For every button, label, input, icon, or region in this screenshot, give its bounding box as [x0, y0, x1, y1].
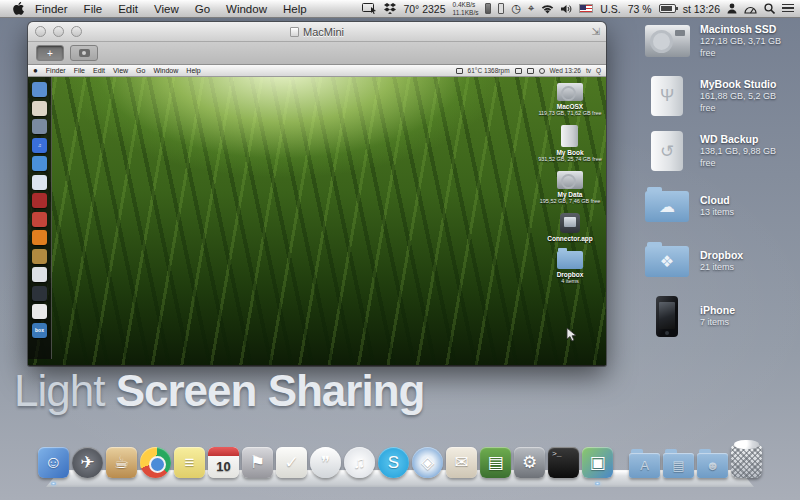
app-menus: FinderFileEditViewGoWindowHelp — [35, 3, 307, 15]
safari-mini-icon[interactable] — [32, 175, 47, 190]
remote-menu-item[interactable]: Finder — [46, 67, 66, 74]
mail-icon[interactable]: ✉ — [446, 447, 477, 478]
temperature-status[interactable]: 70° 2325 — [403, 3, 445, 15]
camera-icon — [79, 49, 90, 57]
documents-folder-icon[interactable]: ▤ — [663, 453, 694, 478]
menu-item[interactable]: Window — [226, 3, 267, 15]
mybook-studio-icon[interactable]: Ψ MyBook Studio 161,88 GB, 5,2 GB free — [644, 75, 794, 117]
screen-sharing-icon[interactable]: ▣ — [582, 447, 613, 478]
window-titlebar[interactable]: MacMini ⇲ — [28, 22, 606, 42]
browser-mini-icon[interactable] — [32, 156, 47, 171]
chrome-icon[interactable] — [140, 447, 171, 478]
my-data-volume[interactable]: My Data 195,52 GB, 7,46 GB free — [540, 171, 601, 204]
remote-menu-item[interactable]: Edit — [93, 67, 105, 74]
activity-monitor-mini-icon[interactable] — [32, 286, 47, 301]
itunes-mini-icon[interactable]: ♫ — [32, 138, 47, 153]
front-row-mini-icon[interactable] — [32, 193, 47, 208]
wifi-icon[interactable] — [541, 4, 554, 14]
stickies-icon[interactable]: ≡ — [174, 447, 205, 478]
location-icon[interactable]: ⌖ — [528, 3, 534, 14]
hardware-utility-icon[interactable]: ⚑ — [242, 447, 273, 478]
remote-menu-item[interactable]: File — [74, 67, 85, 74]
itunes-icon[interactable]: ♫ — [344, 447, 375, 478]
battery-icon[interactable] — [659, 4, 676, 13]
dropbox-folder-icon[interactable]: ❖ Dropbox 21 items — [644, 240, 794, 282]
macosx-volume[interactable]: MacOSX 119,73 GB, 71,62 GB free — [538, 83, 601, 116]
remote-icon-art — [560, 213, 580, 233]
menu-item[interactable]: Go — [195, 3, 210, 15]
icon-sublabel: 161,88 GB, 5,2 GB free — [700, 91, 794, 114]
icon-label: Cloud — [700, 194, 734, 207]
remote-status-menus: 61°C 1368rpm Wed 13:26 tv Q — [456, 67, 601, 74]
device-battery-icon[interactable] — [485, 3, 491, 14]
remote-wallpaper: ♫ — [28, 77, 606, 365]
cloud-folder-icon[interactable]: ☁ Cloud 13 items — [644, 185, 794, 227]
network-speed-status[interactable]: 0.4KB/s 11.1KB/s — [453, 1, 479, 15]
screenshot-button[interactable] — [70, 45, 98, 61]
box-mini-icon[interactable]: box — [32, 323, 47, 338]
remote-temperature-status: 61°C 1368rpm — [468, 67, 510, 74]
user-switch-icon[interactable] — [727, 3, 737, 14]
vlc-mini-icon[interactable] — [32, 230, 47, 245]
piano-mini-icon[interactable] — [32, 304, 47, 319]
gauge-icon[interactable] — [744, 4, 757, 14]
menu-item[interactable]: View — [154, 3, 179, 15]
menu-item[interactable]: File — [84, 3, 103, 15]
trash-icon[interactable] — [731, 445, 762, 478]
system-preferences-icon[interactable]: ⚙ — [514, 447, 545, 478]
menu-item[interactable]: Finder — [35, 3, 68, 15]
messages-icon[interactable]: ❞ — [310, 447, 341, 478]
library-app-icon[interactable]: ▤ — [480, 447, 511, 478]
phone-mini-icon[interactable] — [32, 212, 47, 227]
my-book-volume[interactable]: My Book 931,52 GB, 25,74 GB free — [538, 125, 602, 162]
input-source-flag-icon[interactable] — [579, 4, 593, 13]
safari-icon[interactable]: ◈ — [412, 447, 443, 478]
users-folder-icon[interactable]: ☻ — [697, 453, 728, 478]
status-menus: 70° 2325 0.4KB/s 11.1KB/s ◷ ⌖ U.S. 73 % … — [362, 1, 794, 15]
dock-divider[interactable] — [616, 447, 626, 478]
calendar-icon[interactable]: 10 — [208, 447, 239, 478]
terminal-icon[interactable]: >_ — [548, 447, 579, 478]
remote-menu-item[interactable]: Window — [153, 67, 178, 74]
menu-item[interactable]: Help — [283, 3, 307, 15]
skype-icon[interactable]: S — [378, 447, 409, 478]
screen-sharing-status-icon[interactable] — [362, 3, 377, 14]
spotlight-search-icon[interactable] — [764, 3, 775, 14]
dropbox-status-icon[interactable] — [384, 3, 396, 14]
apple-menu-icon[interactable] — [12, 2, 25, 15]
remote-icon-art — [557, 83, 583, 101]
media-mini-icon[interactable] — [32, 249, 47, 264]
icon-glyph: ☁ — [659, 197, 675, 216]
remote-icon-art — [561, 125, 578, 147]
remote-user: tv — [586, 67, 591, 74]
caffeine-app-icon[interactable]: ☕ — [106, 447, 137, 478]
finder-mini-icon[interactable] — [32, 82, 47, 97]
fullscreen-arrow-icon[interactable]: ⇲ — [592, 26, 600, 37]
remote-desktop-view[interactable]: ● FinderFileEditViewGoWindowHelp 61°C 13… — [28, 65, 606, 365]
scale-mode-button[interactable]: + — [36, 45, 64, 61]
ipod-mini-icon[interactable] — [32, 267, 47, 282]
notification-center-icon[interactable] — [782, 4, 794, 13]
clock[interactable]: st 13:26 — [683, 3, 720, 15]
time-machine-icon[interactable]: ◷ — [511, 3, 521, 14]
connector-app[interactable]: Connector.app — [547, 213, 593, 242]
menu-item[interactable]: Edit — [118, 3, 138, 15]
volume-icon[interactable] — [561, 4, 572, 14]
remote-desktop-mini-icon[interactable] — [32, 119, 47, 134]
wd-backup-icon[interactable]: ↺ WD Backup 138,1 GB, 9,88 GB free — [644, 130, 794, 172]
iphone-icon[interactable]: iPhone 7 items — [644, 295, 794, 337]
mail-mini-icon[interactable] — [32, 101, 47, 116]
device-battery-2-icon[interactable] — [498, 3, 504, 14]
finder-icon[interactable]: ☺ — [38, 447, 69, 478]
applications-folder-icon[interactable]: A — [629, 453, 660, 478]
reminders-icon[interactable]: ✓ — [276, 447, 307, 478]
remote-menu-item[interactable]: View — [113, 67, 128, 74]
input-source-label[interactable]: U.S. — [600, 3, 620, 15]
battery-percent[interactable]: 73 % — [628, 3, 652, 15]
net-down: 11.1KB/s — [453, 9, 479, 16]
remote-menu-item[interactable]: Help — [186, 67, 200, 74]
macintosh-ssd-icon[interactable]: Macintosh SSD 127,18 GB, 3,71 GB free — [644, 20, 794, 62]
remote-menu-item[interactable]: Go — [136, 67, 145, 74]
launchpad-icon[interactable]: ✈ — [72, 447, 103, 478]
dropbox-folder[interactable]: Dropbox 4 items — [557, 251, 584, 284]
